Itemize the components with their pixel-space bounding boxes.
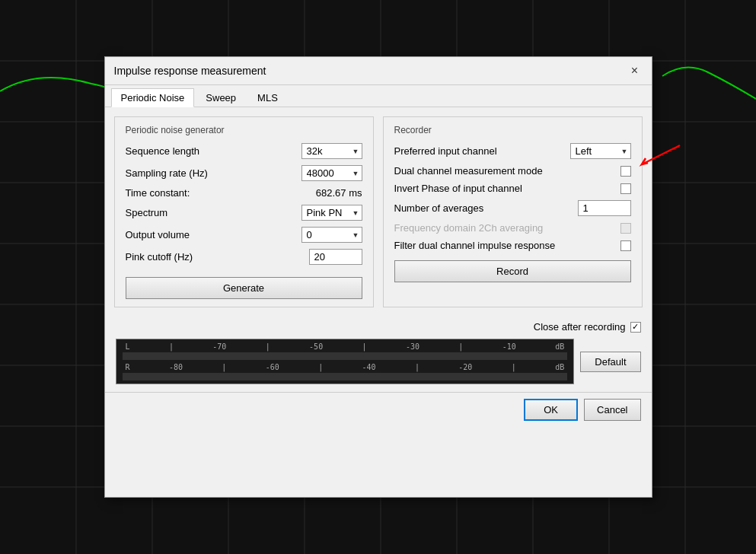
sequence-length-row: Sequence length 32k — [126, 143, 362, 159]
sampling-rate-label: Sampling rate (Hz) — [126, 167, 208, 179]
spectrum-select-wrapper: Pink PN — [301, 205, 362, 221]
freq-domain-row: Frequency domain 2Ch averaging — [394, 222, 631, 234]
generator-panel-title: Periodic noise generator — [126, 125, 362, 135]
red-arrow-annotation — [627, 142, 687, 187]
output-volume-select[interactable]: 0 — [301, 227, 362, 243]
cancel-button[interactable]: Cancel — [584, 399, 640, 421]
dual-channel-checkbox[interactable] — [620, 166, 631, 177]
time-constant-label: Time constant: — [126, 187, 190, 199]
filter-dual-row: Filter dual channel impulse response — [394, 240, 631, 251]
level-meter: L | -70 | -50 | -30 | -10 dB — [116, 339, 575, 384]
sampling-rate-row: Sampling rate (Hz) 48000 — [126, 165, 362, 181]
spectrum-select[interactable]: Pink PN — [301, 205, 362, 221]
invert-phase-label: Invert Phase of input channel — [394, 183, 522, 194]
meter-R-track — [123, 373, 568, 380]
freq-domain-checkbox — [620, 223, 631, 234]
time-constant-row: Time constant: 682.67 ms — [126, 187, 362, 199]
dialog-footer: OK Cancel — [105, 392, 652, 427]
sequence-length-select-wrapper: 32k — [301, 143, 362, 159]
time-constant-value: 682.67 ms — [316, 187, 362, 199]
bottom-row: L | -70 | -50 | -30 | -10 dB — [116, 339, 641, 384]
dual-channel-row: Dual channel measurement mode — [394, 165, 631, 177]
recorder-panel: Recorder Preferred input channel Left Ri… — [383, 116, 643, 307]
dual-channel-label: Dual channel measurement mode — [394, 165, 543, 177]
record-button[interactable]: Record — [394, 260, 631, 282]
invert-phase-row: Invert Phase of input channel — [394, 183, 631, 194]
close-after-row: Close after recording — [116, 321, 641, 333]
spectrum-label: Spectrum — [126, 207, 168, 218]
close-after-label: Close after recording — [534, 321, 626, 333]
tab-sweep[interactable]: Sweep — [196, 88, 246, 107]
pink-cutoff-label: Pink cutoff (Hz) — [126, 251, 193, 263]
pink-cutoff-row: Pink cutoff (Hz) — [126, 249, 362, 265]
close-button[interactable]: × — [627, 63, 643, 78]
tab-periodic-noise[interactable]: Periodic Noise — [111, 88, 195, 107]
dialog-title: Impulse response measurement — [114, 65, 266, 77]
dialog-bottom: Close after recording L | -70 | -50 | -3… — [105, 317, 652, 392]
sequence-length-label: Sequence length — [126, 145, 200, 157]
sampling-rate-select-wrapper: 48000 — [301, 165, 362, 181]
output-volume-select-wrapper: 0 — [301, 227, 362, 243]
preferred-input-label: Preferred input channel — [394, 145, 497, 157]
sequence-length-select[interactable]: 32k — [301, 143, 362, 159]
dialog: Impulse response measurement × Periodic … — [104, 56, 652, 498]
num-averages-label: Number of averages — [394, 202, 484, 214]
preferred-input-row: Preferred input channel Left Right Both — [394, 143, 631, 159]
title-bar: Impulse response measurement × — [105, 57, 652, 85]
preferred-input-select[interactable]: Left Right Both — [570, 143, 631, 159]
meter-L-track — [123, 352, 568, 360]
freq-domain-label: Frequency domain 2Ch averaging — [394, 222, 544, 234]
generator-panel: Periodic noise generator Sequence length… — [114, 116, 374, 307]
num-averages-row: Number of averages — [394, 200, 631, 216]
meter-R-row — [123, 373, 568, 380]
default-button[interactable]: Default — [580, 352, 640, 372]
dialog-overlay: Impulse response measurement × Periodic … — [0, 0, 756, 554]
filter-dual-checkbox[interactable] — [620, 240, 631, 251]
meter-R-label: R — [126, 363, 130, 371]
generate-button[interactable]: Generate — [126, 277, 362, 299]
output-volume-row: Output volume 0 — [126, 227, 362, 243]
num-averages-input[interactable] — [578, 200, 631, 216]
meter-L-row — [123, 352, 568, 360]
meter-L-label: L — [126, 342, 130, 351]
invert-phase-checkbox[interactable] — [620, 183, 631, 194]
tab-bar: Periodic Noise Sweep MLS — [105, 85, 652, 107]
filter-dual-label: Filter dual channel impulse response — [394, 240, 556, 251]
output-volume-label: Output volume — [126, 229, 190, 240]
pink-cutoff-input[interactable] — [309, 249, 362, 265]
ok-button[interactable]: OK — [524, 399, 578, 421]
preferred-input-select-wrapper: Left Right Both — [570, 143, 631, 159]
recorder-panel-title: Recorder — [394, 125, 631, 135]
sampling-rate-select[interactable]: 48000 — [301, 165, 362, 181]
close-after-checkbox[interactable] — [630, 322, 641, 333]
tab-mls[interactable]: MLS — [247, 88, 288, 107]
dialog-body: Periodic noise generator Sequence length… — [105, 107, 652, 317]
spectrum-row: Spectrum Pink PN — [126, 205, 362, 221]
